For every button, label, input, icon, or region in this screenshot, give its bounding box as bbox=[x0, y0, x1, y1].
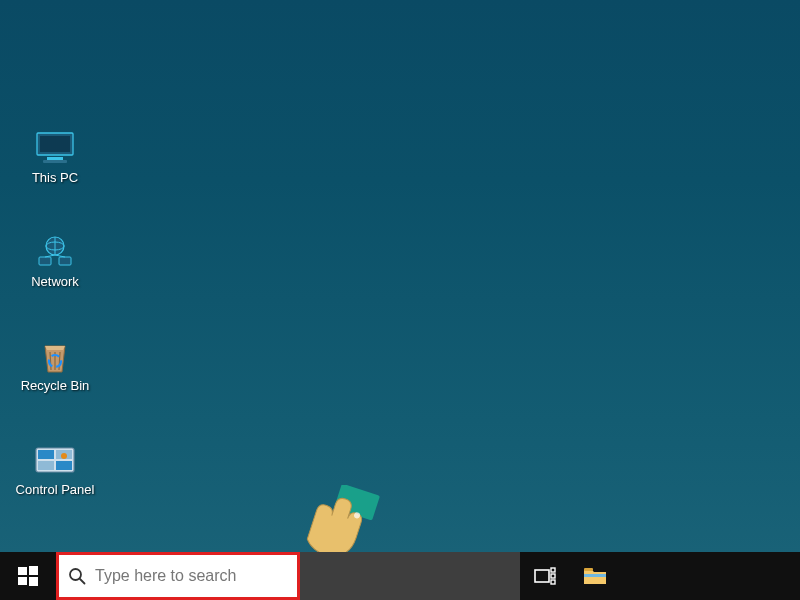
task-view-icon bbox=[534, 567, 556, 585]
svg-rect-19 bbox=[56, 461, 72, 470]
svg-rect-25 bbox=[18, 577, 27, 585]
windows-logo-icon bbox=[18, 566, 38, 586]
svg-rect-24 bbox=[29, 566, 38, 575]
desktop-icon-network[interactable]: Network bbox=[0, 234, 110, 289]
desktop-icon-recycle-bin[interactable]: Recycle Bin bbox=[0, 338, 110, 393]
search-icon bbox=[59, 567, 95, 585]
desktop-icon-this-pc[interactable]: This PC bbox=[0, 130, 110, 185]
search-box[interactable] bbox=[56, 552, 300, 600]
taskbar-item-file-explorer[interactable] bbox=[570, 552, 620, 600]
svg-rect-1 bbox=[40, 136, 70, 152]
svg-rect-33 bbox=[584, 568, 593, 571]
svg-rect-2 bbox=[47, 157, 63, 160]
desktop-icon-label: Network bbox=[0, 274, 110, 289]
taskbar-right-pad bbox=[620, 552, 800, 600]
taskbar-spacer bbox=[300, 552, 520, 600]
svg-rect-8 bbox=[59, 257, 71, 265]
svg-rect-34 bbox=[584, 574, 606, 577]
svg-point-27 bbox=[70, 569, 81, 580]
svg-rect-30 bbox=[551, 568, 555, 572]
recycle-bin-icon bbox=[31, 338, 79, 374]
svg-rect-29 bbox=[535, 570, 549, 582]
desktop-icon-label: This PC bbox=[0, 170, 110, 185]
svg-rect-23 bbox=[18, 567, 27, 575]
network-icon bbox=[31, 234, 79, 270]
file-explorer-icon bbox=[583, 566, 607, 586]
control-panel-icon bbox=[31, 442, 79, 478]
desktop-icon-control-panel[interactable]: Control Panel bbox=[0, 442, 110, 497]
svg-rect-32 bbox=[551, 580, 555, 584]
svg-rect-31 bbox=[551, 574, 555, 578]
svg-rect-7 bbox=[39, 257, 51, 265]
start-button[interactable] bbox=[0, 552, 56, 600]
svg-point-20 bbox=[61, 453, 67, 459]
desktop-icon-label: Control Panel bbox=[0, 482, 110, 497]
desktop: This PC Network bbox=[0, 0, 800, 552]
svg-line-28 bbox=[80, 579, 85, 584]
svg-rect-3 bbox=[43, 160, 67, 163]
svg-rect-18 bbox=[38, 461, 54, 470]
computer-icon bbox=[31, 130, 79, 166]
desktop-icon-label: Recycle Bin bbox=[0, 378, 110, 393]
taskbar-item-task-view[interactable] bbox=[520, 552, 570, 600]
svg-rect-16 bbox=[38, 450, 54, 459]
svg-rect-26 bbox=[29, 577, 38, 586]
taskbar bbox=[0, 552, 800, 600]
search-input[interactable] bbox=[95, 555, 285, 597]
